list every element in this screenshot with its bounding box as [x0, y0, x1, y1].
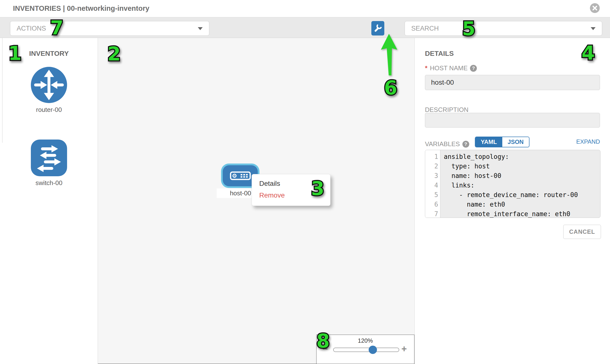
palette-item-label: switch-00 [0, 179, 98, 187]
zoom-slider-track[interactable] [333, 348, 399, 352]
cancel-button[interactable]: CANCEL [563, 225, 601, 239]
palette-item-switch[interactable]: switch-00 [0, 140, 98, 187]
host-name-label: HOST NAME [430, 64, 467, 72]
expand-link[interactable]: EXPAND [576, 138, 600, 145]
description-label-row: DESCRIPTION [425, 106, 468, 114]
annotation-number-3: 3 [311, 178, 324, 199]
zoom-control: 120% − + [316, 335, 415, 364]
editor-line-number-gutter: 1 2 3 4 5 6 7 [425, 150, 440, 218]
router-arrows-icon [31, 67, 67, 103]
header-bar: INVENTORIES | 00-networking-inventory [0, 0, 610, 17]
line-number: 1 [425, 152, 440, 162]
zoom-in-button[interactable]: + [402, 344, 407, 354]
inventory-palette-sidebar: INVENTORY router-00 [0, 38, 98, 364]
topology-canvas[interactable]: host-00 Details Remove 120% − + [98, 38, 415, 364]
annotation-number-6: 6 [384, 77, 397, 99]
zoom-level-label: 120% [316, 337, 414, 344]
yaml-toggle-button[interactable]: YAML [475, 137, 502, 147]
variables-format-toggle: YAML JSON [475, 137, 530, 147]
required-marker: * [425, 64, 427, 72]
palette-item-label: router-00 [0, 106, 98, 114]
line-number: 5 [425, 190, 440, 200]
configure-topology-button[interactable] [371, 21, 384, 36]
host-icon [230, 171, 251, 180]
switch-icon[interactable] [31, 140, 67, 176]
toolbar: ACTIONS SEARCH [0, 17, 610, 38]
page-title: INVENTORIES | 00-networking-inventory [13, 4, 149, 13]
line-number: 6 [425, 200, 440, 209]
chevron-down-icon [591, 27, 596, 30]
search-dropdown[interactable]: SEARCH [405, 21, 602, 36]
line-number: 4 [425, 181, 440, 190]
help-icon[interactable]: ? [470, 65, 477, 72]
details-panel-title: DETAILS [425, 50, 454, 58]
code-line: type: host [444, 162, 600, 171]
variables-code-editor[interactable]: 1 2 3 4 5 6 7 ansible_topology: type: ho… [425, 150, 600, 218]
code-line: ansible_topology: [444, 152, 600, 162]
help-icon[interactable]: ? [462, 141, 469, 148]
line-number: 3 [425, 171, 440, 181]
annotation-number-8: 8 [316, 330, 330, 352]
annotation-number-5: 5 [462, 18, 475, 40]
variables-label-row: VARIABLES ? [425, 140, 469, 148]
chevron-down-icon [198, 27, 203, 30]
close-button[interactable] [590, 3, 600, 13]
actions-dropdown[interactable]: ACTIONS [10, 21, 209, 36]
code-line: links: [444, 181, 600, 190]
code-line: name: host-00 [444, 171, 600, 181]
palette-item-router[interactable]: router-00 [0, 67, 98, 114]
annotation-number-4: 4 [582, 42, 595, 64]
json-toggle-button[interactable]: JSON [502, 137, 529, 147]
annotation-number-2: 2 [107, 43, 121, 65]
code-line: remote_interface_name: eth0 [444, 209, 600, 218]
editor-code-area[interactable]: ansible_topology: type: host name: host-… [440, 150, 600, 218]
wrench-icon [374, 24, 382, 33]
line-number: 7 [425, 209, 440, 218]
code-line: name: eth0 [444, 200, 600, 209]
search-dropdown-label: SEARCH [411, 25, 439, 32]
close-icon [592, 5, 598, 11]
variables-label: VARIABLES [425, 140, 460, 148]
annotation-number-1: 1 [8, 42, 22, 64]
host-name-input[interactable] [425, 75, 600, 90]
details-panel: DETAILS * HOST NAME ? DESCRIPTION VARIAB… [415, 38, 610, 364]
switch-arrows-icon [31, 140, 67, 176]
zoom-slider-knob[interactable] [369, 346, 377, 354]
actions-dropdown-label: ACTIONS [17, 25, 46, 32]
description-input[interactable] [425, 113, 600, 128]
host-name-label-row: * HOST NAME ? [425, 64, 477, 72]
annotation-number-7: 7 [50, 17, 63, 39]
router-icon[interactable] [31, 67, 67, 103]
code-line: - remote_device_name: router-00 [444, 190, 600, 200]
inventory-topology-screen: INVENTORIES | 00-networking-inventory AC… [0, 0, 610, 364]
description-label: DESCRIPTION [425, 106, 468, 114]
line-number: 2 [425, 162, 440, 171]
